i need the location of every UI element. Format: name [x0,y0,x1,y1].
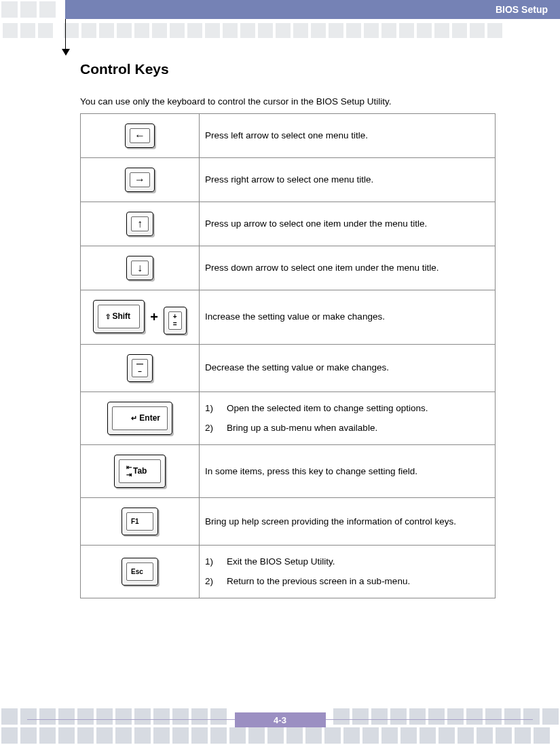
table-row: —– Decrease the setting value or make ch… [81,345,496,392]
table-row: → Press right arrow to select one menu t… [81,158,496,202]
section-pointer-line [65,19,66,53]
intro-text: You can use only the keyboard to control… [80,96,496,107]
down-arrow-key-icon: ↓ [126,256,153,280]
header-title: BIOS Setup [496,4,548,15]
table-row: ⇤⇥Tab In some items, press this key to c… [81,445,496,498]
table-row: ⇧Shift + += Increase the setting value o… [81,290,496,345]
table-row: ← Press left arrow to select one menu ti… [81,114,496,158]
f1-key-icon: F1 [122,508,158,535]
increase-desc: Increase the setting value or make chang… [200,290,496,345]
table-row: ↓ Press down arrow to select one item un… [81,246,496,290]
page-title: Control Keys [80,61,496,77]
esc-item-2: Return to the previous screen in a sub-m… [205,572,489,591]
esc-key-icon: Esc [122,558,158,586]
decorative-sub-squares [0,23,560,42]
section-pointer-arrow-icon [62,49,70,56]
tab-desc: In some items, press this key to change … [200,445,496,498]
enter-desc: Open the selected item to change setting… [200,392,496,445]
enter-item-2: Bring up a sub-menu when available. [205,419,489,438]
up-arrow-desc: Press up arrow to select one item under … [200,202,496,246]
header-bar: BIOS Setup [65,0,560,19]
table-row: ↑ Press up arrow to select one item unde… [81,202,496,246]
f1-desc: Bring up help screen providing the infor… [200,498,496,546]
left-arrow-key-icon: ← [125,123,155,148]
control-keys-table: ← Press left arrow to select one menu ti… [80,113,496,598]
plus-combiner-icon: + [150,309,158,324]
page-number: 4-3 [274,715,286,725]
minus-key-icon: —– [127,354,153,382]
right-arrow-key-icon: → [125,168,155,192]
table-row: ↵Enter Open the selected item to change … [81,392,496,445]
page-number-badge: 4-3 [235,712,326,727]
enter-key-icon: ↵Enter [107,402,172,435]
down-arrow-desc: Press down arrow to select one item unde… [200,246,496,290]
enter-item-1: Open the selected item to change setting… [205,399,489,418]
plus-equals-key-icon: += [164,307,187,335]
esc-desc: Exit the BIOS Setup Utility. Return to t… [200,546,496,598]
table-row: F1 Bring up help screen providing the in… [81,498,496,546]
table-row: Esc Exit the BIOS Setup Utility. Return … [81,546,496,598]
page-content: Control Keys You can use only the keyboa… [80,61,496,598]
left-arrow-desc: Press left arrow to select one menu titl… [200,114,496,158]
up-arrow-key-icon: ↑ [126,212,153,236]
shift-key-icon: ⇧Shift [93,300,145,333]
decrease-desc: Decrease the setting value or make chang… [200,345,496,392]
esc-item-1: Exit the BIOS Setup Utility. [205,552,489,571]
tab-key-icon: ⇤⇥Tab [114,455,166,488]
right-arrow-desc: Press right arrow to select one menu tit… [200,158,496,202]
